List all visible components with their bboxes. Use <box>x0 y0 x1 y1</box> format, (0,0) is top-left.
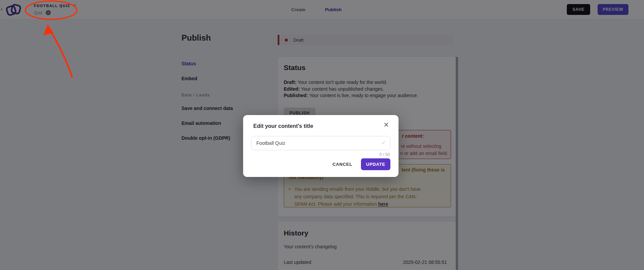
modal-title: Edit your content's title <box>253 123 313 129</box>
char-counter: 0 / 50 <box>380 152 390 157</box>
title-input-wrapper: ✓ <box>251 136 390 150</box>
checkmark-icon: ✓ <box>381 139 386 147</box>
close-icon[interactable]: ✕ <box>383 121 389 128</box>
title-input[interactable] <box>256 136 375 150</box>
update-button[interactable]: UPDATE <box>361 158 390 170</box>
app-window: ‹ FOOTBALL QUIZ✎ Quiz i Create Publish S… <box>0 0 644 270</box>
edit-title-modal: Edit your content's title ✕ ✓ 0 / 50 CAN… <box>243 115 399 177</box>
cancel-button[interactable]: CANCEL <box>332 162 352 167</box>
